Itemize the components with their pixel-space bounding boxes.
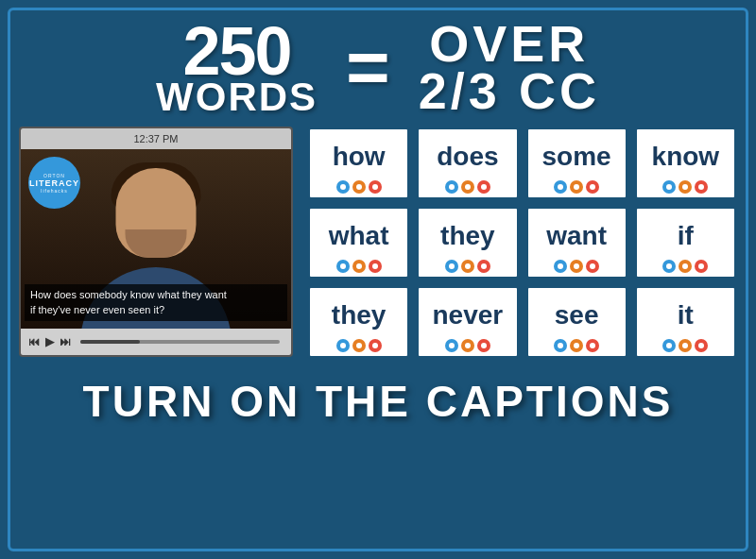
video-content: oRton LITERACY lifehacks How does somebo… — [21, 149, 291, 329]
rewind-button[interactable]: ⏮ — [28, 335, 40, 348]
video-player: 12:37 PM oRton LITERACY lifehacks — [19, 127, 293, 357]
logo-circle: oRton LITERACY lifehacks — [28, 157, 80, 209]
caption-line1: How does somebody know what they want — [30, 288, 282, 302]
forward-button[interactable]: ⏭ — [60, 335, 71, 348]
logo-literacy: LITERACY — [29, 178, 79, 188]
logo-lifehacks: lifehacks — [41, 188, 67, 194]
video-time: 12:37 PM — [133, 133, 178, 144]
video-controls: ⏮ ▶ ⏭ — [21, 329, 291, 355]
play-button[interactable]: ▶ — [45, 335, 54, 348]
video-top-bar: 12:37 PM — [21, 128, 291, 149]
progress-bar[interactable] — [80, 340, 280, 344]
caption-line2: if they've never even seen it? — [30, 303, 282, 317]
progress-fill — [80, 340, 140, 344]
caption-overlay: How does somebody know what they want if… — [25, 284, 287, 321]
